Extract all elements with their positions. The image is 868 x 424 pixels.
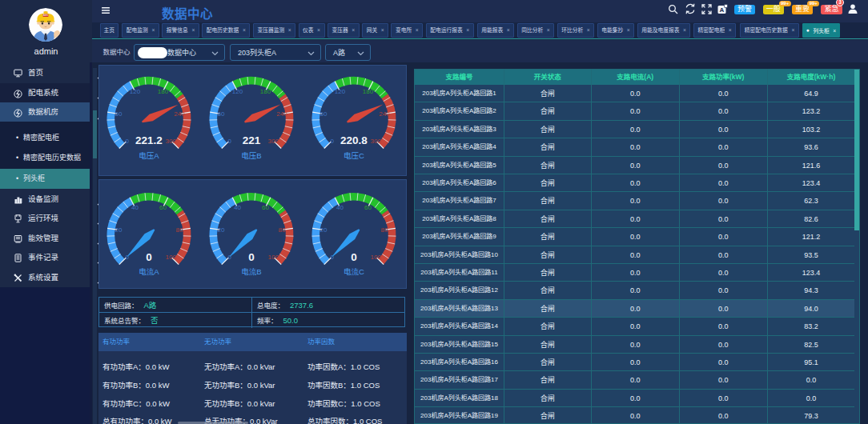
svg-text:80: 80 [279,226,286,234]
svg-text:100: 100 [166,253,177,260]
svg-text:300: 300 [166,138,177,145]
svg-text:60: 60 [159,204,167,211]
svg-text:电压B: 电压B [241,151,261,160]
svg-text:300: 300 [268,138,279,145]
svg-text:60: 60 [218,110,225,118]
svg-text:240: 240 [174,110,185,118]
svg-text:电流A: 电流A [139,267,159,276]
svg-text:40: 40 [131,204,139,211]
svg-text:240: 240 [276,110,287,118]
svg-text:120: 120 [232,88,243,95]
svg-text:221.2: 221.2 [135,134,163,146]
svg-text:240: 240 [379,110,390,118]
svg-text:180: 180 [363,88,374,95]
svg-text:0: 0 [146,250,152,262]
svg-text:电流C: 电流C [344,267,364,276]
svg-text:220.8: 220.8 [340,134,368,146]
svg-text:180: 180 [158,88,169,95]
svg-text:0: 0 [248,250,255,262]
svg-text:0: 0 [331,138,335,145]
svg-text:120: 120 [335,88,346,95]
svg-text:40: 40 [234,204,241,211]
svg-text:电流B: 电流B [241,267,261,276]
svg-text:0: 0 [126,138,130,145]
svg-text:60: 60 [115,110,123,118]
svg-text:A: A [720,6,725,14]
svg-text:Admi: Admi [43,14,48,17]
svg-text:40: 40 [336,204,344,211]
svg-text:80: 80 [176,226,183,234]
svg-text:60: 60 [320,110,328,118]
svg-text:80: 80 [381,226,388,234]
svg-text:电压C: 电压C [344,151,364,160]
svg-text:100: 100 [371,253,382,260]
svg-text:100: 100 [268,253,279,260]
svg-text:20: 20 [115,226,123,234]
svg-text:120: 120 [130,88,141,95]
svg-text:0: 0 [351,250,357,262]
svg-text:20: 20 [218,226,225,234]
svg-text:电压A: 电压A [139,151,159,160]
svg-text:221: 221 [243,134,261,146]
svg-text:0: 0 [228,138,232,145]
svg-text:20: 20 [320,226,328,234]
svg-text:180: 180 [260,88,271,95]
svg-text:60: 60 [262,204,269,211]
svg-text:60: 60 [364,204,372,211]
svg-text:300: 300 [371,138,382,145]
